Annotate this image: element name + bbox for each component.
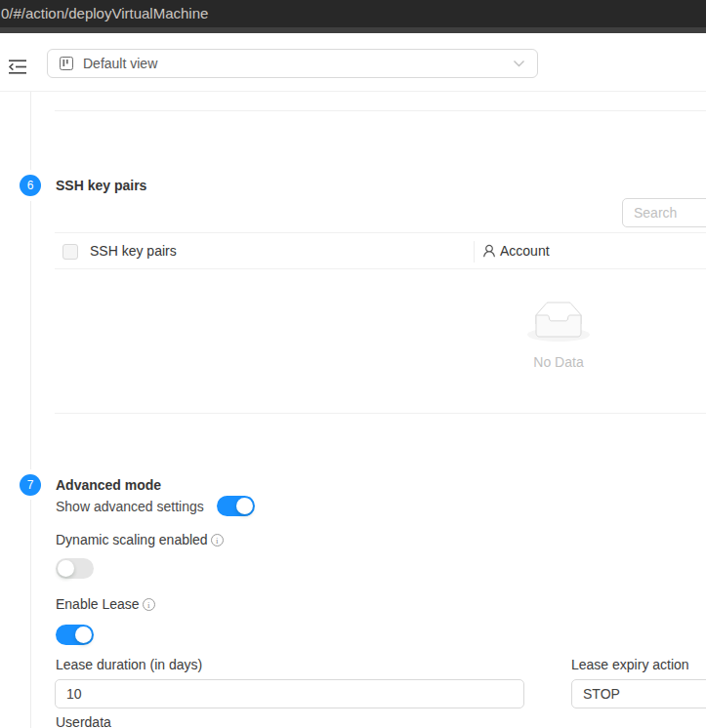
dynamic-scaling-label: Dynamic scaling enabled <box>56 532 208 547</box>
enable-lease-label: Enable Lease <box>56 596 140 612</box>
section-divider <box>55 413 706 414</box>
section-divider <box>55 110 706 111</box>
advanced-mode-title: Advanced mode <box>56 477 161 493</box>
info-circle-icon: i <box>211 534 224 546</box>
enable-lease-toggle[interactable] <box>56 625 94 645</box>
step-connector <box>30 500 31 728</box>
column-header-account: Account <box>482 243 550 259</box>
show-advanced-toggle[interactable] <box>217 496 255 516</box>
project-icon <box>60 57 73 70</box>
ssh-table: SSH key pairs Account <box>55 232 706 269</box>
toggle-knob <box>58 560 74 577</box>
page-url: 0/#/action/deployVirtualMachine <box>1 5 208 21</box>
dynamic-scaling-toggle[interactable] <box>56 558 94 579</box>
empty-state: No Data <box>500 302 617 370</box>
lease-duration-input[interactable] <box>55 679 524 708</box>
enable-lease-row: Enable Lease i <box>56 596 155 612</box>
no-data-text: No Data <box>500 354 617 370</box>
column-header-ssh-key-pairs: SSH key pairs <box>90 243 177 259</box>
step-connector <box>30 201 31 469</box>
ssh-section-title: SSH key pairs <box>56 178 146 193</box>
account-column-label: Account <box>500 243 550 259</box>
show-advanced-row: Show advanced settings <box>56 496 255 516</box>
user-icon <box>482 244 496 258</box>
chevron-down-icon <box>513 59 525 68</box>
view-selector-value: Default view <box>83 56 513 71</box>
lease-expiry-label: Lease expiry action <box>571 657 689 672</box>
step-badge-6: 6 <box>20 175 41 196</box>
show-advanced-label: Show advanced settings <box>56 499 204 514</box>
titlebar: 0/#/action/deployVirtualMachine <box>0 0 706 27</box>
toggle-knob <box>236 498 253 514</box>
ssh-table-header: SSH key pairs Account <box>55 232 706 269</box>
info-circle-icon: i <box>143 598 155 611</box>
userdata-label: Userdata <box>56 714 111 728</box>
step-connector <box>30 92 31 170</box>
dynamic-scaling-row: Dynamic scaling enabled i <box>56 532 224 547</box>
view-selector[interactable]: Default view <box>47 49 538 78</box>
empty-box-icon <box>527 329 590 344</box>
lease-duration-label: Lease duration (in days) <box>56 657 202 672</box>
menu-fold-icon[interactable] <box>8 59 27 75</box>
search-input[interactable] <box>622 198 706 227</box>
lease-expiry-input[interactable] <box>571 679 706 708</box>
step-badge-7: 7 <box>20 474 41 496</box>
toggle-knob <box>75 627 92 643</box>
column-divider <box>474 241 475 263</box>
select-all-checkbox[interactable] <box>62 244 78 260</box>
